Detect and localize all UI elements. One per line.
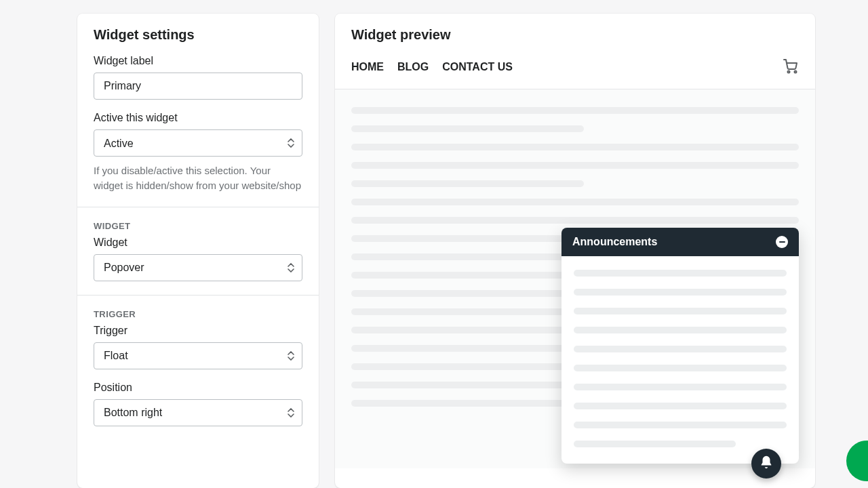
- minimize-icon[interactable]: [776, 236, 788, 248]
- widget-settings-card: Widget settings Widget label Active this…: [77, 14, 319, 488]
- active-label: Active this widget: [94, 112, 302, 124]
- skeleton-line: [351, 400, 584, 407]
- nav-blog[interactable]: BLOG: [397, 61, 429, 73]
- widget-label-label: Widget label: [94, 55, 302, 67]
- popover-title: Announcements: [572, 236, 657, 248]
- preview-nav: HOME BLOG CONTACT US: [351, 58, 799, 89]
- skeleton-line: [574, 365, 787, 371]
- cart-icon[interactable]: [783, 58, 799, 77]
- skeleton-line: [574, 270, 787, 277]
- skeleton-line: [574, 441, 736, 447]
- trigger-label: Trigger: [94, 325, 302, 337]
- skeleton-line: [351, 345, 584, 352]
- svg-point-0: [788, 71, 790, 73]
- skeleton-line: [351, 125, 584, 132]
- skeleton-line: [351, 144, 799, 150]
- trigger-section-heading: TRIGGER: [94, 309, 302, 319]
- skeleton-line: [351, 162, 799, 169]
- skeleton-line: [351, 235, 584, 242]
- skeleton-line: [574, 327, 787, 333]
- skeleton-line: [574, 422, 787, 428]
- active-select[interactable]: Active: [94, 129, 302, 157]
- announcements-popover: Announcements: [561, 228, 799, 464]
- trigger-select[interactable]: Float: [94, 342, 302, 369]
- skeleton-line: [351, 290, 584, 297]
- widget-preview-card: Widget preview HOME BLOG CONTACT US: [335, 14, 815, 488]
- nav-contact[interactable]: CONTACT US: [442, 61, 513, 73]
- skeleton-line: [351, 217, 799, 224]
- widget-label-input[interactable]: [94, 73, 302, 100]
- skeleton-line: [574, 308, 787, 314]
- active-help-text: If you disable/active this selection. Yo…: [94, 163, 302, 193]
- widget-section-heading: WIDGET: [94, 221, 302, 231]
- skeleton-line: [351, 107, 799, 114]
- nav-home[interactable]: HOME: [351, 61, 384, 73]
- skeleton-line: [574, 289, 787, 296]
- bell-icon: [759, 455, 774, 472]
- skeleton-line: [351, 199, 799, 205]
- position-select[interactable]: Bottom right: [94, 399, 302, 426]
- widget-trigger-button[interactable]: [751, 449, 781, 479]
- skeleton-line: [574, 384, 787, 390]
- widget-type-select[interactable]: Popover: [94, 254, 302, 281]
- skeleton-line: [574, 403, 787, 409]
- popover-header: Announcements: [561, 228, 799, 256]
- settings-title: Widget settings: [94, 27, 302, 43]
- widget-type-label: Widget: [94, 237, 302, 249]
- skeleton-line: [351, 180, 584, 187]
- position-label: Position: [94, 382, 302, 394]
- preview-title: Widget preview: [351, 27, 799, 43]
- skeleton-line: [574, 346, 787, 352]
- svg-point-1: [795, 71, 797, 73]
